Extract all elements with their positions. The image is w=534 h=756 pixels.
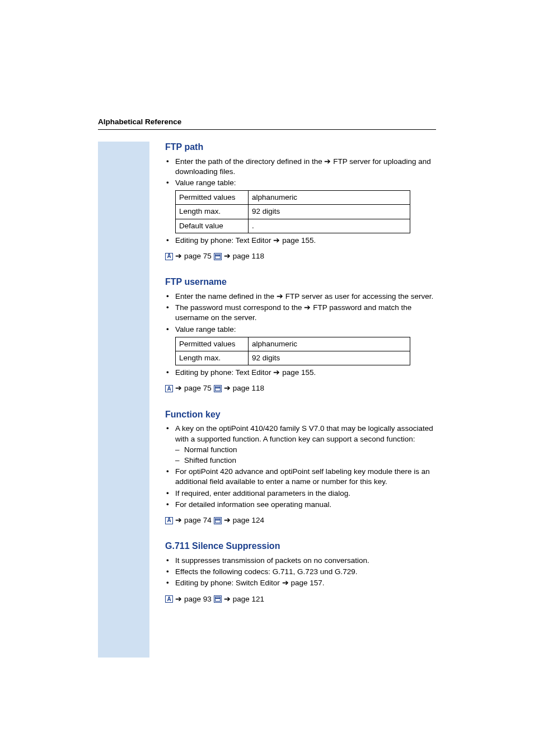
- text: Enter the path of the directory defined …: [175, 157, 324, 166]
- cell: alphanumeric: [249, 191, 410, 205]
- list-item: Enter the path of the directory defined …: [165, 157, 436, 177]
- text: Enter the name defined in the: [175, 292, 277, 300]
- arrow-icon: ➔: [224, 594, 231, 604]
- arrow-icon: ➔: [224, 251, 231, 261]
- link-ftp-server[interactable]: FTP server: [285, 292, 323, 300]
- link-ftp-password[interactable]: FTP password: [313, 303, 362, 312]
- link-page-155[interactable]: page 155: [282, 236, 313, 245]
- ftp-username-list: Enter the name defined in the ➔ FTP serv…: [165, 292, 436, 335]
- heading-ftp-path: FTP path: [165, 141, 436, 153]
- svg-rect-5: [215, 520, 220, 523]
- web-icon: [214, 385, 222, 392]
- arrow-icon: ➔: [175, 251, 182, 261]
- list-item: Editing by phone: Switch Editor ➔ page 1…: [165, 578, 436, 588]
- text: .: [313, 236, 316, 245]
- list-item: A key on the optiPoint 410/420 family S …: [165, 424, 436, 466]
- svg-rect-2: [215, 387, 220, 388]
- web-icon: [214, 517, 222, 524]
- list-item: Shifted function: [175, 456, 436, 466]
- table-row: Permitted values alphanumeric: [176, 337, 410, 351]
- text: The password must correspond to the: [175, 303, 304, 312]
- list-item: Effects the following codecs: G.711, G.7…: [165, 567, 436, 577]
- text: Editing by phone: Text Editor: [175, 236, 273, 245]
- heading-g711: G.711 Silence Suppression: [165, 540, 436, 552]
- text: .: [313, 368, 316, 377]
- list-item: Editing by phone: Text Editor ➔ page 155…: [165, 368, 436, 378]
- heading-ftp-username: FTP username: [165, 276, 436, 288]
- link-page-124[interactable]: page 124: [233, 515, 264, 525]
- heading-function-key: Function key: [165, 408, 436, 421]
- arrow-icon: ➔: [273, 236, 280, 245]
- svg-rect-7: [215, 599, 220, 602]
- table-row: Length max. 92 digits: [176, 205, 410, 219]
- link-page-121[interactable]: page 121: [233, 594, 264, 604]
- ref-line: A ➔ page 75 ➔ page 118: [165, 383, 436, 393]
- web-icon: [214, 253, 222, 260]
- table-row: Permitted values alphanumeric: [176, 191, 410, 205]
- cell: alphanumeric: [249, 337, 410, 351]
- link-page-93[interactable]: page 93: [184, 594, 212, 604]
- admin-icon: A: [165, 253, 173, 260]
- list-item: Editing by phone: Text Editor ➔ page 155…: [165, 236, 436, 246]
- arrow-icon: ➔: [304, 303, 311, 312]
- header-rule: [98, 129, 436, 130]
- link-page-75[interactable]: page 75: [184, 251, 212, 261]
- dash-list: Normal function Shifted function: [175, 445, 436, 466]
- g711-list: It suppresses transmission of packets on…: [165, 556, 436, 589]
- arrow-icon: ➔: [175, 515, 182, 525]
- svg-rect-3: [215, 388, 220, 391]
- ftp-path-table: Permitted values alphanumeric Length max…: [175, 190, 410, 233]
- main-content: FTP path Enter the path of the directory…: [165, 141, 436, 604]
- function-key-list: A key on the optiPoint 410/420 family S …: [165, 424, 436, 510]
- link-page-155[interactable]: page 155: [282, 368, 313, 377]
- cell: .: [249, 219, 410, 233]
- list-item: Value range table:: [165, 178, 436, 188]
- ftp-username-list-2: Editing by phone: Text Editor ➔ page 155…: [165, 368, 436, 378]
- table-row: Default value .: [176, 219, 410, 233]
- svg-rect-6: [215, 597, 220, 598]
- cell: Permitted values: [176, 337, 249, 351]
- link-page-118[interactable]: page 118: [233, 383, 264, 393]
- link-ftp-server[interactable]: FTP server: [333, 157, 371, 166]
- list-item: If required, enter additional parameters…: [165, 489, 436, 499]
- arrow-icon: ➔: [224, 515, 231, 525]
- arrow-icon: ➔: [175, 383, 182, 393]
- link-page-157[interactable]: page 157: [291, 579, 322, 587]
- list-item: Enter the name defined in the ➔ FTP serv…: [165, 292, 436, 302]
- list-item: For optiPoint 420 advance and optiPoint …: [165, 467, 436, 487]
- list-item: The password must correspond to the ➔ FT…: [165, 303, 436, 323]
- arrow-icon: ➔: [273, 368, 280, 377]
- text: Editing by phone: Switch Editor: [175, 579, 282, 587]
- list-item: Value range table:: [165, 325, 436, 335]
- text: A key on the optiPoint 410/420 family S …: [175, 424, 433, 443]
- list-item: It suppresses transmission of packets on…: [165, 556, 436, 566]
- list-item: Normal function: [175, 445, 436, 455]
- svg-rect-1: [215, 256, 220, 259]
- arrow-icon: ➔: [277, 292, 283, 300]
- list-item: For detailed information see operating m…: [165, 500, 436, 510]
- ref-line: A ➔ page 74 ➔ page 124: [165, 515, 436, 525]
- arrow-icon: ➔: [282, 579, 289, 587]
- cell: 92 digits: [249, 205, 410, 219]
- ftp-path-list-2: Editing by phone: Text Editor ➔ page 155…: [165, 236, 436, 246]
- ref-line: A ➔ page 75 ➔ page 118: [165, 251, 436, 261]
- text: .: [322, 579, 325, 587]
- svg-rect-0: [215, 254, 220, 255]
- cell: Length max.: [176, 351, 249, 365]
- running-header: Alphabetical Reference: [98, 118, 436, 126]
- link-page-118[interactable]: page 118: [233, 251, 264, 261]
- svg-rect-4: [215, 518, 220, 519]
- text: Editing by phone: Text Editor: [175, 368, 273, 377]
- cell: Length max.: [176, 205, 249, 219]
- link-page-74[interactable]: page 74: [184, 515, 212, 525]
- cell: Permitted values: [176, 191, 249, 205]
- admin-icon: A: [165, 385, 173, 392]
- arrow-icon: ➔: [175, 594, 182, 604]
- web-icon: [214, 595, 222, 603]
- table-row: Length max. 92 digits: [176, 351, 410, 365]
- arrow-icon: ➔: [224, 383, 231, 393]
- ftp-username-table: Permitted values alphanumeric Length max…: [175, 337, 410, 365]
- cell: Default value: [176, 219, 249, 233]
- text: as user for accessing the server.: [322, 292, 433, 300]
- link-page-75[interactable]: page 75: [184, 383, 212, 393]
